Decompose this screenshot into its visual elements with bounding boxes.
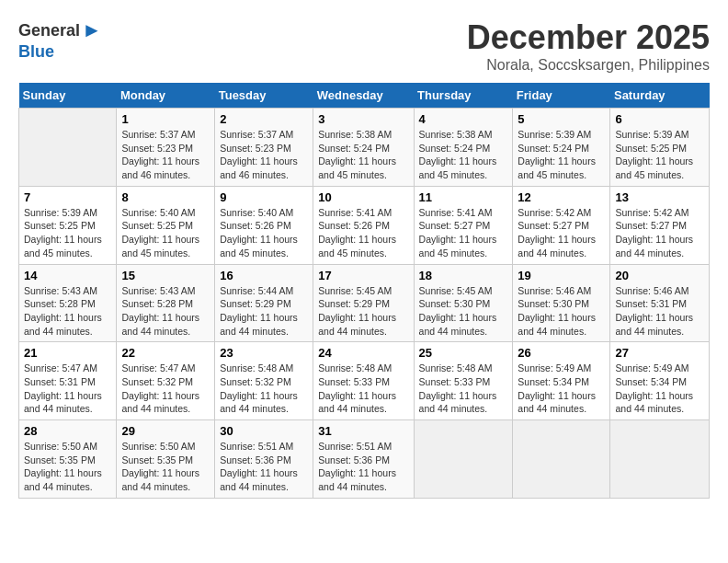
day-number: 10	[318, 190, 408, 204]
calendar-cell: 6Sunrise: 5:39 AM Sunset: 5:25 PM Daylig…	[610, 109, 710, 187]
calendar-week-row: 28Sunrise: 5:50 AM Sunset: 5:35 PM Dayli…	[19, 420, 710, 499]
logo-blue-text: Blue	[18, 42, 54, 62]
calendar-cell: 7Sunrise: 5:39 AM Sunset: 5:25 PM Daylig…	[19, 186, 117, 264]
calendar-cell: 19Sunrise: 5:46 AM Sunset: 5:30 PM Dayli…	[513, 264, 610, 342]
calendar-cell: 8Sunrise: 5:40 AM Sunset: 5:25 PM Daylig…	[117, 186, 215, 264]
calendar-cell: 4Sunrise: 5:38 AM Sunset: 5:24 PM Daylig…	[414, 109, 513, 187]
calendar-cell: 13Sunrise: 5:42 AM Sunset: 5:27 PM Dayli…	[610, 186, 710, 264]
day-number: 5	[518, 112, 605, 126]
day-number: 13	[615, 190, 704, 204]
day-header-sunday: Sunday	[19, 83, 117, 109]
day-info: Sunrise: 5:41 AM Sunset: 5:26 PM Dayligh…	[318, 206, 408, 260]
day-number: 2	[220, 112, 308, 126]
day-info: Sunrise: 5:42 AM Sunset: 5:27 PM Dayligh…	[518, 206, 605, 260]
day-number: 11	[419, 190, 508, 204]
calendar-cell: 27Sunrise: 5:49 AM Sunset: 5:34 PM Dayli…	[610, 342, 710, 420]
calendar-cell: 2Sunrise: 5:37 AM Sunset: 5:23 PM Daylig…	[215, 109, 313, 187]
day-info: Sunrise: 5:39 AM Sunset: 5:24 PM Dayligh…	[518, 128, 605, 182]
day-number: 18	[419, 269, 508, 282]
day-number: 9	[220, 190, 308, 204]
day-info: Sunrise: 5:48 AM Sunset: 5:33 PM Dayligh…	[318, 362, 408, 416]
calendar-cell: 26Sunrise: 5:49 AM Sunset: 5:34 PM Dayli…	[513, 342, 610, 420]
calendar-table: SundayMondayTuesdayWednesdayThursdayFrid…	[18, 83, 710, 499]
day-info: Sunrise: 5:47 AM Sunset: 5:31 PM Dayligh…	[24, 362, 111, 416]
calendar-cell	[513, 420, 610, 499]
calendar-cell: 12Sunrise: 5:42 AM Sunset: 5:27 PM Dayli…	[513, 186, 610, 264]
calendar-cell: 20Sunrise: 5:46 AM Sunset: 5:31 PM Dayli…	[610, 264, 710, 342]
day-header-thursday: Thursday	[414, 83, 513, 109]
day-number: 27	[615, 346, 704, 360]
day-number: 8	[121, 190, 210, 204]
day-header-friday: Friday	[513, 83, 610, 109]
calendar-cell: 10Sunrise: 5:41 AM Sunset: 5:26 PM Dayli…	[313, 186, 414, 264]
day-number: 28	[24, 424, 111, 438]
day-number: 3	[318, 112, 408, 126]
calendar-week-row: 7Sunrise: 5:39 AM Sunset: 5:25 PM Daylig…	[19, 186, 710, 264]
page-header: General ► Blue December 2025 Norala, Soc…	[18, 18, 710, 74]
day-info: Sunrise: 5:37 AM Sunset: 5:23 PM Dayligh…	[220, 128, 308, 182]
calendar-cell: 11Sunrise: 5:41 AM Sunset: 5:27 PM Dayli…	[414, 186, 513, 264]
day-header-monday: Monday	[117, 83, 215, 109]
main-title: December 2025	[467, 18, 710, 57]
calendar-cell: 25Sunrise: 5:48 AM Sunset: 5:33 PM Dayli…	[414, 342, 513, 420]
day-info: Sunrise: 5:39 AM Sunset: 5:25 PM Dayligh…	[615, 128, 704, 182]
day-number: 24	[318, 346, 408, 360]
day-info: Sunrise: 5:48 AM Sunset: 5:32 PM Dayligh…	[220, 362, 308, 416]
day-number: 14	[24, 269, 111, 282]
day-header-saturday: Saturday	[610, 83, 710, 109]
day-number: 12	[518, 190, 605, 204]
calendar-week-row: 14Sunrise: 5:43 AM Sunset: 5:28 PM Dayli…	[19, 264, 710, 342]
day-info: Sunrise: 5:44 AM Sunset: 5:29 PM Dayligh…	[220, 284, 308, 339]
day-info: Sunrise: 5:40 AM Sunset: 5:26 PM Dayligh…	[220, 206, 308, 260]
calendar-cell: 28Sunrise: 5:50 AM Sunset: 5:35 PM Dayli…	[19, 420, 117, 499]
logo-bird-icon: ►	[82, 18, 102, 42]
day-info: Sunrise: 5:40 AM Sunset: 5:25 PM Dayligh…	[121, 206, 210, 260]
calendar-cell: 29Sunrise: 5:50 AM Sunset: 5:35 PM Dayli…	[117, 420, 215, 499]
day-info: Sunrise: 5:43 AM Sunset: 5:28 PM Dayligh…	[24, 284, 111, 339]
calendar-cell	[414, 420, 513, 499]
day-info: Sunrise: 5:50 AM Sunset: 5:35 PM Dayligh…	[121, 440, 210, 494]
calendar-cell: 1Sunrise: 5:37 AM Sunset: 5:23 PM Daylig…	[117, 109, 215, 187]
calendar-cell: 24Sunrise: 5:48 AM Sunset: 5:33 PM Dayli…	[313, 342, 414, 420]
calendar-header-row: SundayMondayTuesdayWednesdayThursdayFrid…	[19, 83, 710, 109]
calendar-cell	[19, 109, 117, 187]
day-info: Sunrise: 5:45 AM Sunset: 5:29 PM Dayligh…	[318, 284, 408, 339]
day-info: Sunrise: 5:43 AM Sunset: 5:28 PM Dayligh…	[121, 284, 210, 339]
day-number: 25	[419, 346, 508, 360]
day-number: 31	[318, 424, 408, 438]
day-info: Sunrise: 5:41 AM Sunset: 5:27 PM Dayligh…	[419, 206, 508, 260]
subtitle: Norala, Soccsksargen, Philippines	[467, 57, 710, 74]
logo-general-text: General	[18, 21, 80, 40]
day-number: 21	[24, 346, 111, 360]
day-number: 15	[121, 269, 210, 282]
day-info: Sunrise: 5:49 AM Sunset: 5:34 PM Dayligh…	[615, 362, 704, 416]
calendar-cell: 23Sunrise: 5:48 AM Sunset: 5:32 PM Dayli…	[215, 342, 313, 420]
day-number: 7	[24, 190, 111, 204]
calendar-cell: 15Sunrise: 5:43 AM Sunset: 5:28 PM Dayli…	[117, 264, 215, 342]
day-number: 22	[121, 346, 210, 360]
calendar-cell: 5Sunrise: 5:39 AM Sunset: 5:24 PM Daylig…	[513, 109, 610, 187]
day-number: 6	[615, 112, 704, 126]
day-info: Sunrise: 5:45 AM Sunset: 5:30 PM Dayligh…	[419, 284, 508, 339]
day-info: Sunrise: 5:39 AM Sunset: 5:25 PM Dayligh…	[24, 206, 111, 260]
day-number: 1	[121, 112, 210, 126]
day-header-tuesday: Tuesday	[215, 83, 313, 109]
day-number: 4	[419, 112, 508, 126]
day-number: 20	[615, 269, 704, 282]
day-info: Sunrise: 5:51 AM Sunset: 5:36 PM Dayligh…	[318, 440, 408, 494]
day-number: 26	[518, 346, 605, 360]
calendar-cell: 31Sunrise: 5:51 AM Sunset: 5:36 PM Dayli…	[313, 420, 414, 499]
calendar-cell: 9Sunrise: 5:40 AM Sunset: 5:26 PM Daylig…	[215, 186, 313, 264]
calendar-cell: 21Sunrise: 5:47 AM Sunset: 5:31 PM Dayli…	[19, 342, 117, 420]
day-number: 23	[220, 346, 308, 360]
day-info: Sunrise: 5:46 AM Sunset: 5:30 PM Dayligh…	[518, 284, 605, 339]
calendar-cell: 17Sunrise: 5:45 AM Sunset: 5:29 PM Dayli…	[313, 264, 414, 342]
day-header-wednesday: Wednesday	[313, 83, 414, 109]
day-info: Sunrise: 5:49 AM Sunset: 5:34 PM Dayligh…	[518, 362, 605, 416]
calendar-cell: 18Sunrise: 5:45 AM Sunset: 5:30 PM Dayli…	[414, 264, 513, 342]
day-info: Sunrise: 5:38 AM Sunset: 5:24 PM Dayligh…	[318, 128, 408, 182]
calendar-week-row: 21Sunrise: 5:47 AM Sunset: 5:31 PM Dayli…	[19, 342, 710, 420]
calendar-week-row: 1Sunrise: 5:37 AM Sunset: 5:23 PM Daylig…	[19, 109, 710, 187]
day-info: Sunrise: 5:48 AM Sunset: 5:33 PM Dayligh…	[419, 362, 508, 416]
calendar-cell: 16Sunrise: 5:44 AM Sunset: 5:29 PM Dayli…	[215, 264, 313, 342]
